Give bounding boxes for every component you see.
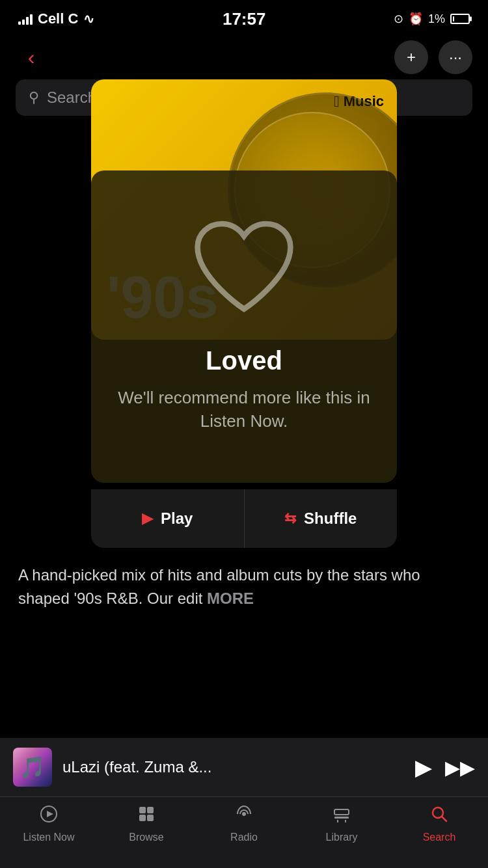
svg-rect-5	[147, 815, 154, 821]
nav-actions: + ···	[394, 40, 472, 74]
tab-radio[interactable]: Radio	[195, 805, 293, 843]
fast-forward-button[interactable]: ▶▶	[445, 756, 475, 779]
mini-play-button[interactable]: ▶	[415, 754, 432, 780]
tab-label-listen-now: Listen Now	[23, 832, 74, 843]
svg-line-12	[442, 817, 446, 821]
search-tab-icon	[430, 805, 448, 828]
svg-rect-8	[334, 809, 349, 815]
library-icon	[332, 805, 351, 828]
album-card-area:  Music '90s Loved We'll recommend more …	[91, 79, 397, 548]
now-playing-info: uLazi (feat. Zuma &...	[62, 758, 405, 776]
add-button[interactable]: +	[394, 40, 428, 74]
card-container:  Music '90s Loved We'll recommend more …	[0, 79, 488, 621]
play-button[interactable]: ▶ Play	[91, 489, 245, 548]
browse-icon	[137, 805, 156, 828]
svg-rect-3	[147, 807, 154, 813]
svg-marker-1	[47, 811, 53, 817]
status-bar: Cell C ∿ 17:57 ⊙ ⏰ 1%	[0, 0, 488, 35]
more-button[interactable]: ···	[439, 40, 472, 74]
tab-browse[interactable]: Browse	[98, 805, 195, 843]
svg-point-6	[242, 812, 246, 816]
status-time: 17:57	[223, 9, 266, 29]
battery-icon	[450, 14, 470, 24]
carrier-name: Cell C	[38, 10, 78, 27]
wifi-icon: ∿	[83, 11, 94, 27]
tab-listen-now[interactable]: Listen Now	[0, 805, 98, 843]
status-right: ⊙ ⏰ 1%	[394, 12, 470, 26]
tab-label-library: Library	[326, 832, 358, 843]
action-buttons: ▶ Play ⇆ Shuffle	[91, 489, 397, 548]
description-text: A hand-picked mix of hits and album cuts…	[0, 548, 488, 621]
battery-percent: 1%	[428, 12, 445, 26]
loved-overlay: Loved We'll recommend more like this in …	[91, 170, 397, 483]
tab-bar: Listen Now Browse Radio	[0, 796, 488, 868]
back-button[interactable]: ‹	[16, 42, 47, 73]
tab-label-radio: Radio	[230, 832, 258, 843]
tab-search[interactable]: Search	[390, 805, 488, 843]
radio-icon	[235, 805, 253, 828]
shuffle-button[interactable]: ⇆ Shuffle	[245, 489, 398, 548]
listen-now-icon	[40, 805, 58, 828]
play-label: Play	[161, 509, 193, 528]
heart-icon	[185, 210, 303, 327]
now-playing-bar[interactable]: 🎵 uLazi (feat. Zuma &... ▶ ▶▶	[0, 738, 488, 796]
location-icon: ⊙	[394, 12, 403, 26]
top-nav: ‹ + ···	[0, 35, 488, 79]
main-content:  Music '90s Loved We'll recommend more …	[0, 79, 488, 796]
svg-rect-4	[139, 815, 146, 821]
alarm-icon: ⏰	[409, 12, 423, 26]
tab-library[interactable]: Library	[293, 805, 390, 843]
now-playing-title: uLazi (feat. Zuma &...	[62, 758, 405, 776]
tab-label-browse: Browse	[129, 832, 163, 843]
shuffle-icon: ⇆	[284, 510, 296, 527]
now-playing-thumbnail: 🎵	[13, 748, 52, 787]
tab-label-search: Search	[423, 832, 456, 843]
shuffle-label: Shuffle	[304, 509, 357, 528]
status-carrier: Cell C ∿	[18, 10, 94, 27]
now-playing-controls: ▶ ▶▶	[415, 754, 475, 780]
svg-rect-2	[139, 807, 146, 813]
signal-icon	[18, 13, 33, 25]
more-button-inline[interactable]: MORE	[207, 590, 254, 607]
loved-title: Loved	[206, 346, 282, 375]
play-icon: ▶	[142, 510, 153, 527]
svg-rect-7	[334, 817, 349, 819]
loved-subtitle: We'll recommend more like this in Listen…	[91, 386, 397, 433]
track-emoji: 🎵	[20, 755, 46, 780]
